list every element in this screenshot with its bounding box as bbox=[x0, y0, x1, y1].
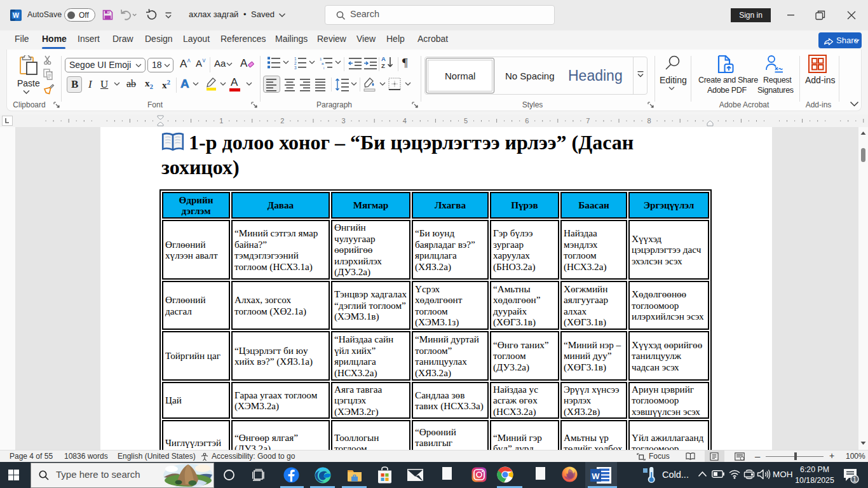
svg-text:1: 1 bbox=[219, 117, 223, 125]
svg-text:W: W bbox=[592, 471, 600, 481]
svg-text:i: i bbox=[323, 66, 324, 70]
svg-text:7: 7 bbox=[586, 117, 590, 125]
svg-text:4: 4 bbox=[403, 117, 407, 125]
svg-text:2: 2 bbox=[294, 61, 297, 65]
svg-text:3: 3 bbox=[294, 65, 297, 70]
svg-text:1: 1 bbox=[853, 475, 857, 483]
svg-text:a: a bbox=[322, 62, 324, 65]
svg-text:2: 2 bbox=[280, 117, 284, 125]
svg-text:8: 8 bbox=[648, 117, 651, 125]
svg-text:3: 3 bbox=[342, 117, 346, 125]
svg-text:1: 1 bbox=[320, 57, 322, 61]
svg-text:W: W bbox=[13, 11, 19, 19]
svg-text:5: 5 bbox=[464, 117, 468, 125]
svg-text:1: 1 bbox=[294, 57, 297, 61]
svg-text:A: A bbox=[381, 55, 386, 62]
svg-text:6: 6 bbox=[525, 117, 529, 125]
svg-text:Z: Z bbox=[381, 62, 385, 69]
